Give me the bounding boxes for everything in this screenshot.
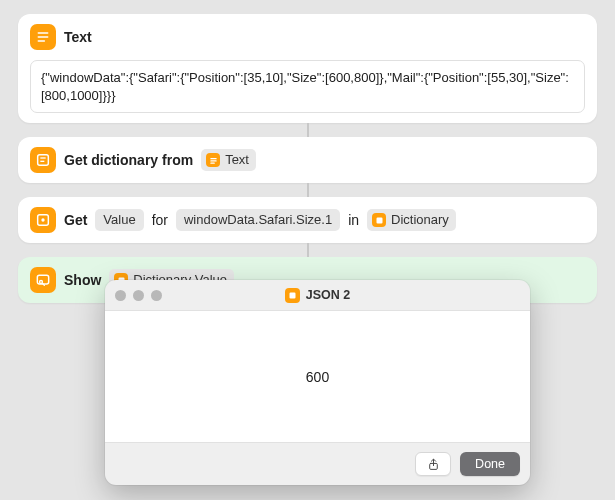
input-token-text[interactable]: Text — [201, 149, 256, 171]
action-title: Get dictionary from — [64, 152, 193, 168]
text-icon — [30, 24, 56, 50]
svg-rect-11 — [376, 217, 382, 223]
window-footer: Done — [105, 443, 530, 485]
window-title: JSON 2 — [105, 288, 530, 303]
workflow-stack: Text {"windowData":{"Safari":{"Position"… — [0, 0, 615, 303]
dictionary-icon — [30, 147, 56, 173]
zoom-icon[interactable] — [151, 290, 162, 301]
for-label: for — [152, 212, 168, 228]
svg-rect-16 — [289, 292, 295, 298]
shortcut-icon — [285, 288, 300, 303]
text-icon — [206, 153, 220, 167]
text-content-field[interactable]: {"windowData":{"Safari":{"Position":[35,… — [30, 60, 585, 113]
traffic-lights[interactable] — [115, 290, 162, 301]
in-label: in — [348, 212, 359, 228]
action-card-get-value[interactable]: Get Value for windowData.Safari.Size.1 i… — [18, 197, 597, 243]
keypath-input[interactable]: windowData.Safari.Size.1 — [176, 209, 340, 231]
result-body: 600 — [105, 310, 530, 443]
scripting-icon — [30, 207, 56, 233]
token-label: Text — [225, 151, 249, 169]
token-label: Dictionary — [391, 211, 449, 229]
close-icon[interactable] — [115, 290, 126, 301]
result-value: 600 — [306, 369, 329, 385]
window-title-text: JSON 2 — [306, 288, 350, 302]
dictionary-icon — [372, 213, 386, 227]
value-type-selector[interactable]: Value — [95, 209, 143, 231]
share-button[interactable] — [415, 452, 451, 476]
connector — [307, 123, 309, 137]
action-card-text[interactable]: Text {"windowData":{"Safari":{"Position"… — [18, 14, 597, 123]
source-token-dictionary[interactable]: Dictionary — [367, 209, 456, 231]
share-icon — [427, 458, 440, 471]
result-window: JSON 2 600 Done — [105, 280, 530, 485]
action-title: Show — [64, 272, 101, 288]
window-titlebar[interactable]: JSON 2 — [105, 280, 530, 310]
svg-rect-3 — [38, 155, 49, 166]
done-button[interactable]: Done — [460, 452, 520, 476]
show-result-icon — [30, 267, 56, 293]
svg-point-10 — [41, 218, 44, 221]
action-card-get-dictionary[interactable]: Get dictionary from Text — [18, 137, 597, 183]
connector — [307, 243, 309, 257]
minimize-icon[interactable] — [133, 290, 144, 301]
action-title: Text — [64, 29, 92, 45]
get-verb: Get — [64, 212, 87, 228]
connector — [307, 183, 309, 197]
